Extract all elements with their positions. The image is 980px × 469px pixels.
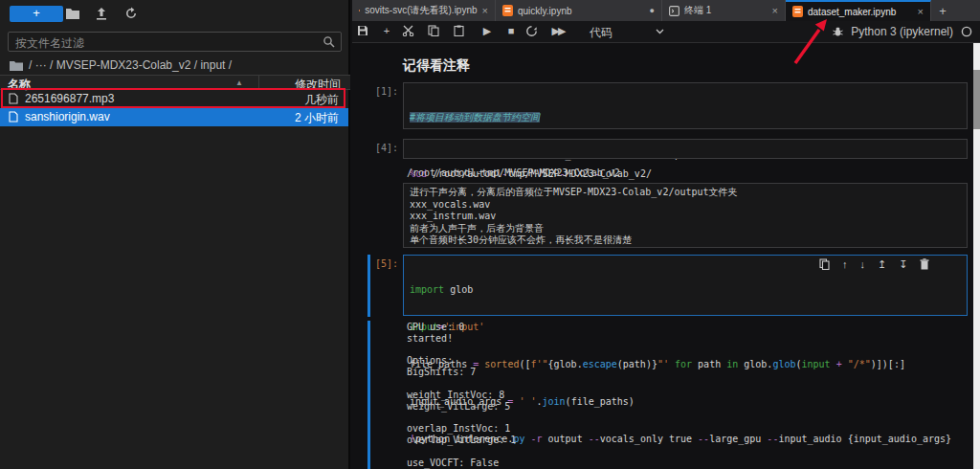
scrollbar-track[interactable] [973,43,980,469]
code-cell-1[interactable]: #将项目移动到数据盘节约空间 %mv /root/MVSEP-MDX23-Col… [403,82,968,129]
notebook-icon [792,6,803,17]
breadcrumb-path: / ··· / MVSEP-MDX23-Colab_v2 / input / [29,58,232,72]
new-folder-icon[interactable] [65,7,82,22]
paste-icon[interactable] [454,25,469,36]
folder-icon [10,60,23,71]
notebook-content: 记得看注释 [1]: #将项目移动到数据盘节约空间 %mv /root/MVSE… [352,43,980,469]
insert-cell-above-icon[interactable]: ↥ [878,258,886,271]
scrollbar-thumb[interactable] [973,70,980,129]
new-launcher-button[interactable]: + [10,6,63,22]
new-tab-button[interactable]: + [931,0,954,21]
kernel-area: Python 3 (ipykernel) [833,25,972,38]
code-cell-4[interactable]: %cd /root/autodl-tmp/MVSEP-MDX23-Colab_v… [403,139,968,159]
file-icon [9,93,18,104]
file-row-mp3[interactable]: 2651696877.mp3 几秒前 [0,90,348,108]
cell-5-output: GPU use: 0started! Options:BigShifts: 7 … [407,322,516,468]
tab-label: 终端 1 [684,4,711,17]
duplicate-cell-icon[interactable] [819,258,830,271]
tab-label: dataset_maker.ipynb [808,7,896,17]
file-modified: 几秒前 [304,92,339,108]
tab-quickly[interactable]: quickly.ipynb ● [496,0,662,21]
filter-files-placeholder: 按文件名过滤 [15,35,84,52]
chevron-down-icon [656,29,664,34]
sort-ascending-icon: ▲ [235,78,243,87]
tab-dataset-maker-active[interactable]: dataset_maker.ipynb × [786,0,931,21]
kernel-status-icon[interactable] [961,26,972,37]
insert-cell-below-icon[interactable]: ↧ [899,258,907,271]
stop-icon[interactable]: ■ [503,25,519,36]
column-divider [258,76,259,90]
restart-run-all-icon[interactable]: ▶▶ [550,25,566,37]
cell-4-output: /root/autodl-tmp/MVSEP-MDX23-Colab_v2 [407,168,620,178]
cell-prompt: [5]: [352,258,398,269]
notebook-toolbar: + ▶ ■ ▶▶ 代码 [352,21,980,43]
refresh-icon[interactable] [124,7,142,22]
move-cell-down-icon[interactable]: ↓ [860,258,866,271]
notebook-icon [502,5,513,16]
tab-label: quickly.ipynb [518,6,572,16]
unsaved-dot-icon[interactable]: ● [650,6,655,15]
breadcrumb[interactable]: / ··· / MVSEP-MDX23-Colab_v2 / input / [10,57,232,73]
close-icon[interactable]: × [918,6,924,17]
debugger-bug-icon[interactable] [833,26,843,37]
upload-icon[interactable] [95,7,112,22]
tab-sovits-svc[interactable]: sovits-svc(请先看我).ipynb × [352,0,496,21]
close-icon[interactable]: × [772,5,778,16]
tab-bar: sovits-svc(请先看我).ipynb × quickly.ipynb ●… [352,0,980,21]
cell-type-dropdown[interactable]: 代码 [590,25,664,40]
main-area: sovits-svc(请先看我).ipynb × quickly.ipynb ●… [352,0,980,469]
filter-files-input[interactable]: 按文件名过滤 [8,32,342,52]
file-row-wav-selected[interactable]: sanshiorigin.wav 2 小时前 [0,108,348,126]
move-cell-up-icon[interactable]: ↑ [842,258,848,271]
file-list-header[interactable]: 名称 ▲ 修改时间 [0,75,350,90]
close-icon[interactable]: × [482,5,488,16]
delete-cell-icon[interactable] [920,258,929,271]
restart-kernel-icon[interactable] [525,25,541,37]
cell-hover-toolbar: ↑ ↓ ↥ ↧ [819,258,929,271]
notebook-icon [359,5,360,16]
jupyterlab-window: + 按文件名过滤 / ··· / MVSEP-MDX23-Colab_v2 / … [0,0,980,469]
terminal-icon [669,6,679,16]
search-icon [323,35,335,48]
output-collapser[interactable] [368,321,370,469]
tab-label: sovits-svc(请先看我).ipynb [365,4,477,17]
file-name: sanshiorigin.wav [25,110,110,123]
run-icon[interactable]: ▶ [479,25,495,37]
kernel-name[interactable]: Python 3 (ipykernel) [851,25,953,38]
cell-prompt: [4]: [352,143,398,153]
add-cell-icon[interactable]: + [379,25,394,36]
cell-type-value: 代码 [590,26,612,39]
save-icon[interactable] [357,25,372,36]
markdown-heading[interactable]: 记得看注释 [403,57,470,75]
file-modified: 2 小时前 [295,110,339,126]
copy-icon[interactable] [428,25,443,36]
file-browser-panel: + 按文件名过滤 / ··· / MVSEP-MDX23-Colab_v2 / … [0,0,350,469]
tab-terminal-1[interactable]: 终端 1 × [662,0,786,21]
file-icon [9,111,18,123]
raw-cell[interactable]: 进行干声分离，分离后的音频位于MVSEP-MDX23-Colab_v2/outp… [403,183,968,248]
file-name: 2651696877.mp3 [25,92,114,105]
cell-prompt: [1]: [352,86,398,97]
cut-icon[interactable] [402,25,417,36]
